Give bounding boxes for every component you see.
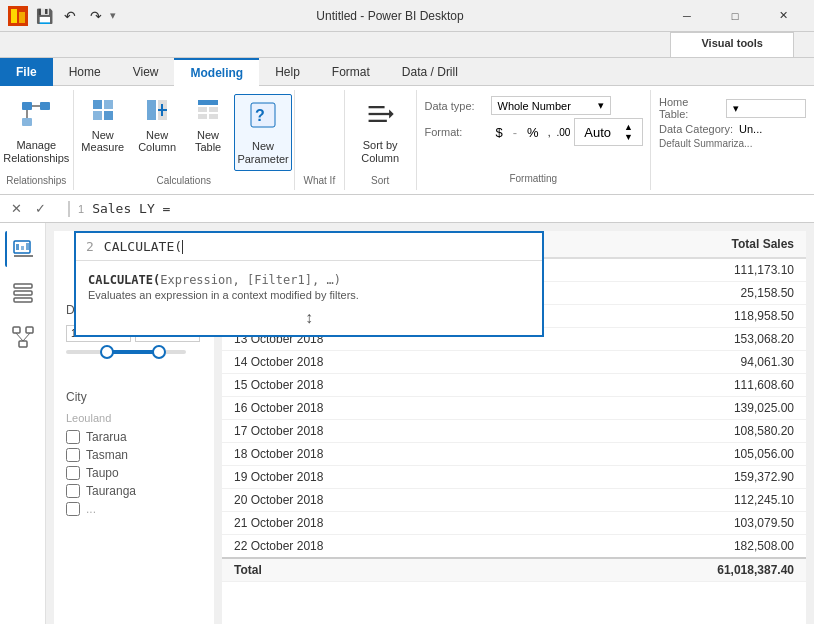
cell-date: 17 October 2018 <box>222 420 549 443</box>
svg-rect-10 <box>104 111 113 120</box>
cell-date: 22 October 2018 <box>222 535 549 559</box>
cell-sales: 118,958.50 <box>549 305 806 328</box>
pct-btn[interactable]: % <box>522 123 544 142</box>
tab-format[interactable]: Format <box>316 58 386 86</box>
svg-rect-3 <box>40 102 50 110</box>
tab-help[interactable]: Help <box>259 58 316 86</box>
save-btn[interactable]: 💾 <box>32 4 56 28</box>
new-table-btn[interactable]: NewTable <box>184 94 232 157</box>
relationships-group: Manage Relationships Relationships <box>0 90 74 190</box>
autocomplete-item-calculate[interactable]: CALCULATE(Expression, [Filter1], …) Eval… <box>88 269 530 305</box>
relationships-icon <box>20 98 52 137</box>
format-label: Format: <box>425 126 485 138</box>
comma-btn[interactable]: , <box>546 126 553 139</box>
city-filter: City Leouland Tararua Tasman Taupo Taura… <box>66 390 202 518</box>
minimize-btn[interactable]: ─ <box>664 4 710 28</box>
cell-sales: 94,061.30 <box>549 351 806 374</box>
city-label-tauranga[interactable]: Tauranga <box>86 484 136 498</box>
sidebar-icon-report[interactable] <box>5 231 41 267</box>
city-checkbox-tararua[interactable] <box>66 430 80 444</box>
city-checkbox-more[interactable] <box>66 502 80 516</box>
svg-rect-8 <box>104 100 113 109</box>
new-parameter-label: NewParameter <box>237 140 288 166</box>
formula-cancel-btn[interactable]: ✕ <box>6 199 26 219</box>
close-btn[interactable]: ✕ <box>760 4 806 28</box>
svg-rect-19 <box>209 114 218 119</box>
city-item-tararua: Tararua <box>66 428 202 446</box>
city-item-tauranga: Tauranga <box>66 482 202 500</box>
formula-confirm-btn[interactable]: ✓ <box>30 199 50 219</box>
sort-by-column-btn[interactable]: Sort byColumn <box>351 94 409 169</box>
datatype-arrow: ▾ <box>598 99 604 112</box>
new-measure-btn[interactable]: NewMeasure <box>75 94 130 157</box>
format-auto-dropdown[interactable]: Auto ▲▼ <box>574 118 643 146</box>
main-content: 2 CALCULATE( CALCULATE(Expression, [Filt… <box>0 223 814 624</box>
tab-view[interactable]: View <box>117 58 175 86</box>
slider-thumb-right[interactable] <box>152 345 166 359</box>
cell-sales: 159,372.90 <box>549 466 806 489</box>
slider-thumb-left[interactable] <box>100 345 114 359</box>
undo-btn[interactable]: ↶ <box>58 4 82 28</box>
spacer <box>0 32 670 57</box>
sort-buttons: Sort byColumn <box>351 94 409 171</box>
new-parameter-btn[interactable]: ? NewParameter <box>234 94 292 171</box>
tab-file[interactable]: File <box>0 58 53 86</box>
col-header-sales: Total Sales <box>549 231 806 258</box>
svg-rect-28 <box>16 244 19 250</box>
new-column-btn[interactable]: NewColumn <box>132 94 182 157</box>
city-item-more: ... <box>66 500 202 518</box>
city-checkbox-tasman[interactable] <box>66 448 80 462</box>
svg-rect-2 <box>22 102 32 110</box>
svg-rect-11 <box>147 100 156 120</box>
svg-rect-7 <box>93 100 102 109</box>
visual-tools-tab[interactable]: Visual tools <box>670 32 794 57</box>
formula-buttons: ✕ ✓ <box>6 199 50 219</box>
cell-sales: 111,608.60 <box>549 374 806 397</box>
date-slider-container <box>66 350 196 370</box>
cell-date: 16 October 2018 <box>222 397 549 420</box>
cell-date: 20 October 2018 <box>222 489 549 512</box>
city-label-tasman[interactable]: Tasman <box>86 448 128 462</box>
maximize-btn[interactable]: □ <box>712 4 758 28</box>
new-measure-label: NewMeasure <box>81 129 124 153</box>
hometable-dropdown[interactable]: ▾ <box>726 99 806 118</box>
city-label-tararua[interactable]: Tararua <box>86 430 127 444</box>
formula-line2-text[interactable]: CALCULATE( <box>104 239 182 254</box>
cell-date: 15 October 2018 <box>222 374 549 397</box>
hometable-value: ▾ <box>733 102 739 115</box>
svg-rect-17 <box>209 107 218 112</box>
manage-relationships-label: Manage Relationships <box>3 139 69 165</box>
svg-rect-1 <box>19 12 25 23</box>
sidebar-icon-data[interactable] <box>5 275 41 311</box>
tab-modeling[interactable]: Modeling <box>174 58 259 86</box>
quick-access-toolbar: 💾 ↶ ↷ ▾ <box>32 4 116 28</box>
redo-btn[interactable]: ↷ <box>84 4 108 28</box>
total-value: 61,018,387.40 <box>549 558 806 582</box>
svg-line-37 <box>16 333 23 341</box>
svg-marker-25 <box>389 109 394 118</box>
table-row: 20 October 2018112,245.10 <box>222 489 806 512</box>
city-filter-search: Leouland <box>66 412 202 424</box>
func-signature: CALCULATE(Expression, [Filter1], …) <box>88 273 530 287</box>
city-label-taupo[interactable]: Taupo <box>86 466 119 480</box>
svg-rect-0 <box>11 9 17 23</box>
whatif-group-label: What If <box>303 171 335 186</box>
city-label-more[interactable]: ... <box>86 502 96 516</box>
svg-rect-35 <box>26 327 33 333</box>
tab-data-drill[interactable]: Data / Drill <box>386 58 474 86</box>
sidebar-icon-model[interactable] <box>5 319 41 355</box>
manage-relationships-btn[interactable]: Manage Relationships <box>7 94 65 169</box>
datatype-dropdown[interactable]: Whole Number ▾ <box>491 96 611 115</box>
formula-line-1-text: Sales LY = <box>92 201 170 216</box>
cell-sales: 25,158.50 <box>549 282 806 305</box>
city-checkbox-tauranga[interactable] <box>66 484 80 498</box>
city-checkbox-taupo[interactable] <box>66 466 80 480</box>
tab-home[interactable]: Home <box>53 58 117 86</box>
sort-by-column-label: Sort byColumn <box>361 139 399 165</box>
svg-rect-15 <box>198 100 218 105</box>
svg-rect-4 <box>22 118 32 126</box>
cell-sales: 153,068.20 <box>549 328 806 351</box>
dec-btn[interactable]: .00 <box>554 126 572 139</box>
dollar-btn[interactable]: $ <box>491 123 508 142</box>
title-bar: 💾 ↶ ↷ ▾ Untitled - Power BI Desktop ─ □ … <box>0 0 814 32</box>
